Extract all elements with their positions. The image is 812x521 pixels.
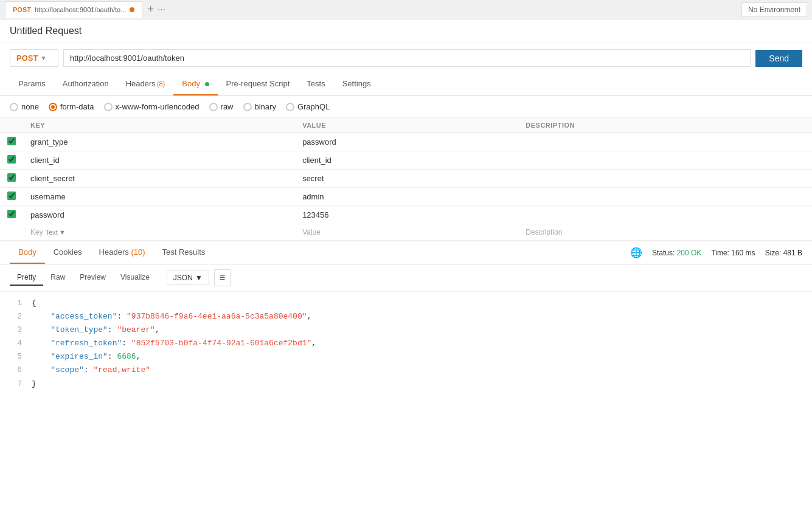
value-cell-0[interactable]: password [295,133,518,151]
table-row: client_id client_id [0,151,812,170]
value-cell-1[interactable]: client_id [295,151,518,170]
body-type-graphql[interactable]: GraphQL [286,102,330,111]
value-placeholder[interactable]: Value [302,228,321,236]
response-toolbar: Pretty Raw Preview Visualize JSON ▼ ≡ [0,264,812,292]
row-checkbox-4[interactable] [7,210,16,218]
key-placeholder[interactable]: Key [30,228,43,236]
value-cell-2[interactable]: secret [295,170,518,188]
json-format-label: JSON [173,274,193,282]
json-line: 3 "token_type": "bearer", [10,323,802,337]
res-tab-headers[interactable]: Headers (10) [91,241,154,264]
body-active-dot [205,82,209,86]
add-tab-button[interactable]: + [144,3,158,16]
radio-none-icon [10,103,18,111]
tab-url: http://localhost:9001/oauth/to... [35,6,126,13]
value-cell-3[interactable]: admin [295,188,518,206]
desc-cell-2 [518,170,812,188]
desc-placeholder: Description [526,228,562,236]
format-raw[interactable]: Raw [43,270,72,286]
body-type-binary[interactable]: binary [243,102,276,111]
body-type-raw[interactable]: raw [209,102,234,111]
json-line: 6 "scope": "read,write" [10,364,802,377]
key-cell-2[interactable]: client_secret [23,170,295,188]
text-type-dropdown[interactable]: Text ▼ [46,229,66,236]
line-number: 7 [10,378,22,391]
json-brace: } [32,378,36,391]
radio-binary-icon [243,103,252,111]
json-line: 1 { [10,297,802,310]
json-line: 2 "access_token": "937b8646-f9a6-4ee1-aa… [10,310,802,323]
value-cell-4[interactable]: 123456 [295,206,518,224]
time-label: Time: 160 ms [711,249,755,257]
request-tab[interactable]: POST http://localhost:9001/oauth/to... [5,1,142,18]
col-key: KEY [23,118,295,133]
send-button[interactable]: Send [755,50,802,67]
json-viewer: 1 { 2 "access_token": "937b8646-f9a6-4ee… [0,292,812,396]
json-line: 5 "expires_in": 6686, [10,350,802,364]
desc-cell-4 [518,206,812,224]
response-section: Body Cookies Headers (10) Test Results 🌐… [0,240,812,396]
key-cell-0[interactable]: grant_type [23,133,295,151]
body-type-form-data-label: form-data [60,102,94,111]
res-tab-cookies[interactable]: Cookies [45,241,91,264]
key-cell-3[interactable]: username [23,188,295,206]
method-label: POST [16,53,38,63]
environment-selector[interactable]: No Environment [741,2,807,17]
format-pretty[interactable]: Pretty [10,270,43,286]
tab-headers[interactable]: Headers(8) [117,73,174,95]
tab-body[interactable]: Body [173,73,217,95]
row-checkbox-0[interactable] [7,137,16,145]
line-number: 3 [10,323,22,337]
radio-raw-icon [209,103,218,111]
headers-count-badge: (10) [131,247,145,257]
method-select[interactable]: POST ▼ [10,49,58,67]
request-tabs: Params Authorization Headers(8) Body Pre… [0,73,812,96]
body-type-none[interactable]: none [10,102,39,111]
wrap-button[interactable]: ≡ [214,269,231,286]
body-type-none-label: none [21,102,39,111]
key-cell-4[interactable]: password [23,206,295,224]
row-checkbox-2[interactable] [7,173,16,182]
col-description: DESCRIPTION [518,118,812,133]
url-input[interactable] [63,49,751,67]
body-type-urlencoded[interactable]: x-www-form-urlencoded [104,102,200,111]
radio-form-data-icon [49,103,57,111]
radio-urlencoded-icon [104,103,113,111]
line-number: 4 [10,337,22,350]
json-line: 7 } [10,378,802,391]
row-checkbox-1[interactable] [7,155,16,164]
json-chevron-icon: ▼ [195,274,203,282]
json-line-content: "token_type": "bearer", [32,323,160,337]
format-preview[interactable]: Preview [72,270,113,286]
res-tab-body[interactable]: Body [10,241,45,264]
col-checkbox [0,118,23,133]
table-row: client_secret secret [0,170,812,188]
line-number: 5 [10,350,22,364]
tab-params[interactable]: Params [10,73,54,95]
body-type-graphql-label: GraphQL [297,102,330,111]
res-tab-cookies-label: Cookies [54,247,82,257]
res-tab-test-results[interactable]: Test Results [154,241,214,264]
status-label: Status: 200 OK [652,249,701,257]
headers-badge: (8) [157,80,165,88]
table-row: username admin [0,188,812,206]
body-type-form-data[interactable]: form-data [49,102,94,111]
format-visualize[interactable]: Visualize [113,270,157,286]
json-line-content: "expires_in": 6686, [32,350,141,364]
json-line: 4 "refresh_token": "852f5703-b0fa-4f74-9… [10,337,802,350]
body-type-binary-label: binary [255,102,276,111]
empty-row: Key Text ▼ Value Description [0,224,812,241]
globe-icon: 🌐 [630,247,642,258]
row-checkbox-3[interactable] [7,191,16,200]
url-bar: POST ▼ Send [0,43,812,73]
tab-authorization[interactable]: Authorization [54,73,117,95]
method-chevron-icon: ▼ [40,55,46,61]
tab-tests[interactable]: Tests [298,73,333,95]
tab-settings[interactable]: Settings [334,73,380,95]
json-format-select[interactable]: JSON ▼ [167,271,209,285]
tab-method: POST [13,6,31,13]
tab-pre-request[interactable]: Pre-request Script [218,73,299,95]
more-tabs-button[interactable]: ··· [158,4,165,15]
radio-graphql-icon [286,103,294,111]
key-cell-1[interactable]: client_id [23,151,295,170]
